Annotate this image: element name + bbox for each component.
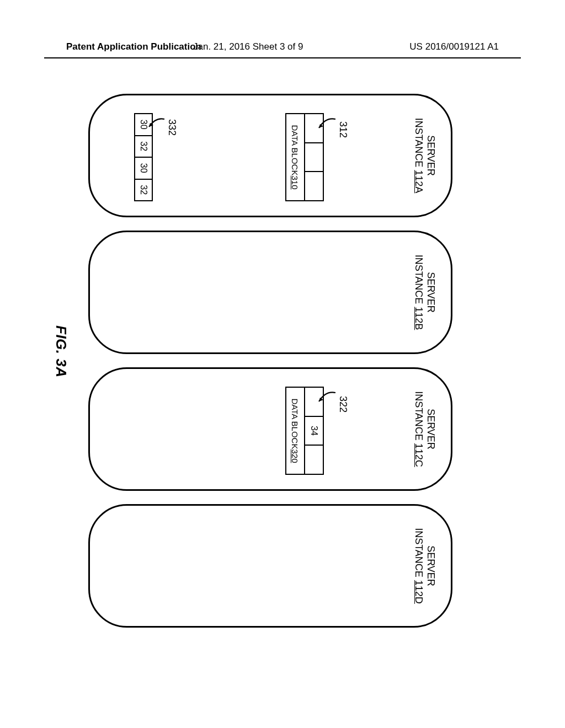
header-left: Patent Application Publication (66, 41, 201, 52)
server-instance-112a: SERVER INSTANCE 112A DATA BLOCK 310 30 3… (88, 94, 452, 217)
strip-332-cell-1: 32 (135, 136, 152, 158)
figure-3a-diagram: SERVER INSTANCE 112A DATA BLOCK 310 30 3… (77, 94, 452, 634)
strip-332-cell-2: 30 (135, 158, 152, 180)
server-instance-112b: SERVER INSTANCE 112B (88, 231, 452, 354)
ref-322-label: 322 (337, 396, 349, 413)
server-b-title: SERVER INSTANCE 112B (413, 232, 436, 352)
ref-332-arrow-icon (146, 116, 166, 136)
server-b-title-l2: INSTANCE 112B (413, 232, 425, 352)
ref-332-label: 332 (166, 119, 178, 136)
server-d-title-l1: SERVER (424, 506, 436, 626)
data-block-320-cell-2 (305, 446, 323, 474)
server-c-title-l1: SERVER (424, 369, 436, 489)
ref-312-arrow-icon (315, 116, 337, 138)
data-block-310-cell-2 (305, 172, 323, 200)
server-instance-112c: SERVER INSTANCE 112C 34 DATA BLOCK 320 (88, 367, 452, 491)
server-d-title-l2: INSTANCE 112D (413, 506, 425, 626)
data-block-310-cell-1 (305, 143, 323, 173)
header-right: US 2016/0019121 A1 (409, 41, 499, 52)
server-d-title: SERVER INSTANCE 112D (413, 506, 436, 626)
server-a-title-l1: SERVER (424, 95, 436, 216)
ref-312-label: 312 (337, 121, 349, 138)
strip-332-cell-3: 32 (135, 180, 152, 201)
data-block-310-label: DATA BLOCK 310 (285, 113, 305, 201)
data-block-320-label: DATA BLOCK 320 (285, 387, 305, 475)
figure-caption: FIG. 3A (52, 325, 70, 378)
server-a-title: SERVER INSTANCE 112A (413, 95, 436, 216)
server-a-title-l2: INSTANCE 112A (413, 95, 425, 216)
header-center: Jan. 21, 2016 Sheet 3 of 9 (193, 41, 303, 52)
data-block-320-cell-1: 34 (305, 417, 323, 446)
server-instance-112d: SERVER INSTANCE 112D (88, 504, 452, 628)
server-b-title-l1: SERVER (424, 232, 436, 352)
ref-322-arrow-icon (315, 389, 337, 411)
server-c-title: SERVER INSTANCE 112C (413, 369, 436, 489)
header-rule (44, 57, 521, 58)
server-c-title-l2: INSTANCE 112C (413, 369, 425, 489)
